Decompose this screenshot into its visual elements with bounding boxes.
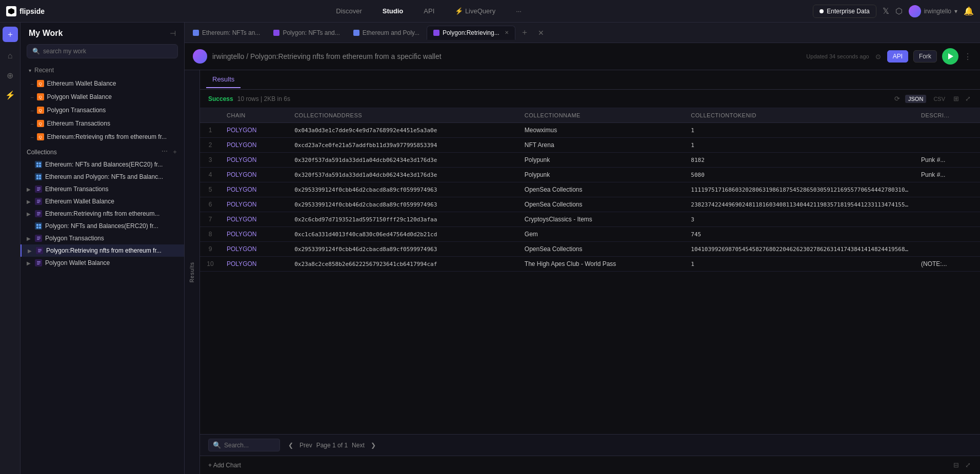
- collection-item-active[interactable]: ▶ Polygon:Retrieving nfts from ethereum …: [21, 244, 184, 257]
- next-page-button[interactable]: ❯: [369, 441, 378, 450]
- query-side-label: Results: [185, 70, 200, 474]
- svg-rect-2: [39, 162, 41, 164]
- discord-icon[interactable]: ⬡: [895, 6, 903, 16]
- right-panel: Ethereum: NFTs an... Polygon: NFTs and..…: [185, 23, 980, 474]
- results-table-wrapper: CHAIN COLLECTIONADDRESS COLLECTIONNAME C…: [200, 108, 980, 434]
- sidebar-icon-work[interactable]: ⚡: [3, 87, 18, 102]
- recent-item-label: Polygon Wallet Balance: [47, 93, 168, 100]
- table-search-input[interactable]: [224, 442, 275, 449]
- grid-view-icon[interactable]: ⊞: [952, 94, 960, 104]
- content-username: irwingtello: [212, 52, 244, 60]
- table-row: 3 POLYGON 0x320f537da591da33dd1a04dcb062…: [200, 153, 980, 168]
- sidebar-icon-home[interactable]: ⌂: [3, 48, 18, 64]
- tab-ethereum-nfts[interactable]: Ethereum: NFTs an...: [187, 26, 266, 39]
- tab-polygon-nfts[interactable]: Polygon: NFTs and...: [267, 26, 346, 39]
- nav-api[interactable]: API: [419, 5, 438, 17]
- collection-item[interactable]: Polygon: NFTs and Balances(ERC20) fr...: [21, 220, 184, 232]
- collection-name: Polygon: NFTs and Balances(ERC20) fr...: [45, 222, 178, 230]
- prev-label[interactable]: Prev: [299, 442, 312, 449]
- add-new-button[interactable]: ＋: [3, 27, 18, 42]
- enterprise-dot: [819, 9, 824, 13]
- fullscreen-icon[interactable]: ⤢: [964, 460, 972, 470]
- left-panel: My Work ⊣ 🔍 ▾ Recent – Q Ethereum Wallet…: [21, 23, 185, 474]
- cell-name: CryptoysClassics - Items: [518, 212, 685, 227]
- tab-ethereum-poly[interactable]: Ethereum and Poly...: [347, 26, 426, 39]
- twitter-icon[interactable]: 𝕏: [883, 6, 889, 16]
- list-item[interactable]: – Q Polygon Transactions ⋯: [21, 104, 184, 117]
- bell-icon[interactable]: 🔔: [964, 6, 974, 16]
- collection-item[interactable]: Ethereum: NFTs and Balances(ERC20) fr...: [21, 158, 184, 171]
- collection-item[interactable]: ▶ Ethereum Wallet Balance: [21, 195, 184, 208]
- cell-num: 9: [200, 242, 221, 257]
- svg-rect-4: [39, 165, 41, 167]
- history-icon[interactable]: ⊙: [874, 52, 882, 61]
- enterprise-button[interactable]: Enterprise Data: [813, 5, 876, 18]
- collection-item[interactable]: ▶ Ethereum Transactions: [21, 183, 184, 195]
- cell-chain: POLYGON: [221, 138, 288, 153]
- sidebar-icon-search[interactable]: ⊕: [3, 68, 18, 83]
- table-row: 5 POLYGON 0x2953399124f0cbb46d2cbacd8a89…: [200, 182, 980, 197]
- next-label[interactable]: Next: [352, 442, 365, 449]
- collections-more-icon[interactable]: ⋯: [162, 148, 168, 156]
- csv-format-button[interactable]: CSV: [930, 95, 948, 103]
- prev-page-button[interactable]: ❮: [286, 441, 295, 450]
- collection-icon: [35, 222, 42, 230]
- collection-item[interactable]: ▶ Polygon Transactions: [21, 232, 184, 244]
- cell-desc: Punk #...: [915, 168, 980, 182]
- collection-item[interactable]: ▶ Polygon Wallet Balance: [21, 257, 184, 269]
- run-button[interactable]: [942, 48, 958, 65]
- api-button[interactable]: API: [887, 50, 908, 63]
- nav-more-icon[interactable]: ···: [512, 5, 526, 17]
- sidebar-icon-rail: ＋ ⌂ ⊕ ⚡: [0, 23, 21, 474]
- expand-icon: ▶: [28, 248, 33, 254]
- recent-item-icon: Q: [37, 93, 44, 100]
- collection-item[interactable]: ▶ Ethereum:Retrieving nfts from ethereum…: [21, 208, 184, 220]
- json-format-button[interactable]: JSON: [905, 95, 926, 103]
- user-badge[interactable]: irwingtello ▾: [909, 5, 957, 17]
- refresh-icon[interactable]: ⟳: [893, 94, 901, 104]
- results-tab[interactable]: Results: [206, 71, 241, 88]
- tab-close-all-button[interactable]: ✕: [534, 27, 548, 39]
- collections-add-icon[interactable]: ＋: [172, 148, 178, 156]
- cell-address: 0x320f537da591da33dd1a04dcb062434e3d176d…: [288, 168, 518, 182]
- add-chart-button[interactable]: + Add Chart: [208, 462, 241, 469]
- cell-chain: POLYGON: [221, 168, 288, 182]
- page-info: Page 1 of 1: [316, 442, 348, 449]
- table-row: 10 POLYGON 0x23a8c2ce858b2e6622256792364…: [200, 257, 980, 272]
- search-input[interactable]: [43, 48, 172, 55]
- cell-address: 0x2953399124f0cbb46d2cbacd8a89cf05999749…: [288, 242, 518, 257]
- cell-address: 0x043a0d3e1c7dde9c4e9d7a768992e4451e5a3a…: [288, 123, 518, 138]
- list-item[interactable]: – Q Ethereum Wallet Balance ⋯: [21, 77, 184, 90]
- table-bottom: 🔍 ❮ Prev Page 1 of 1 Next ❯: [200, 434, 980, 456]
- split-view-icon[interactable]: ⊟: [952, 460, 960, 470]
- expand-icon: ▶: [27, 260, 32, 266]
- nav-studio[interactable]: Studio: [378, 5, 407, 17]
- nav-discover[interactable]: Discover: [332, 5, 366, 17]
- search-field[interactable]: 🔍: [208, 439, 280, 451]
- collapse-button[interactable]: ⊣: [170, 29, 176, 37]
- search-input-wrapper[interactable]: 🔍: [27, 44, 178, 58]
- collection-icon: [36, 247, 43, 254]
- col-tokenid: COLLECTIONTOKENID: [685, 108, 915, 123]
- cell-name: OpenSea Collections: [518, 182, 685, 197]
- cell-num: 1: [200, 123, 221, 138]
- tab-add-button[interactable]: ＋: [516, 25, 533, 40]
- list-item[interactable]: – Q Ethereum Transactions ⋯: [21, 117, 184, 130]
- app-logo[interactable]: flipside: [6, 6, 45, 16]
- collection-icon: [35, 161, 42, 168]
- nav-livequery[interactable]: ⚡ LiveQuery: [451, 5, 499, 17]
- expand-icon[interactable]: ⤢: [964, 94, 972, 104]
- recent-section-header[interactable]: ▾ Recent: [21, 64, 184, 77]
- tab-polygon-retrieving[interactable]: Polygon:Retrieving... ✕: [427, 26, 515, 40]
- list-item[interactable]: – Q Ethereum:Retrieving nfts from ethere…: [21, 130, 184, 143]
- collection-name: Ethereum Wallet Balance: [45, 198, 178, 205]
- kebab-menu-icon[interactable]: ⋮: [964, 52, 972, 61]
- svg-rect-30: [37, 264, 39, 264]
- collection-item[interactable]: Ethereum and Polygon: NFTs and Balanc...: [21, 171, 184, 183]
- cell-num: 3: [200, 153, 221, 168]
- logo-icon: [6, 6, 16, 16]
- list-item[interactable]: – Q Polygon Wallet Balance ⋯: [21, 90, 184, 104]
- fork-button[interactable]: Fork: [913, 50, 937, 63]
- chart-view-icons: ⊟ ⤢: [952, 460, 972, 470]
- tab-close-icon[interactable]: ✕: [505, 30, 509, 35]
